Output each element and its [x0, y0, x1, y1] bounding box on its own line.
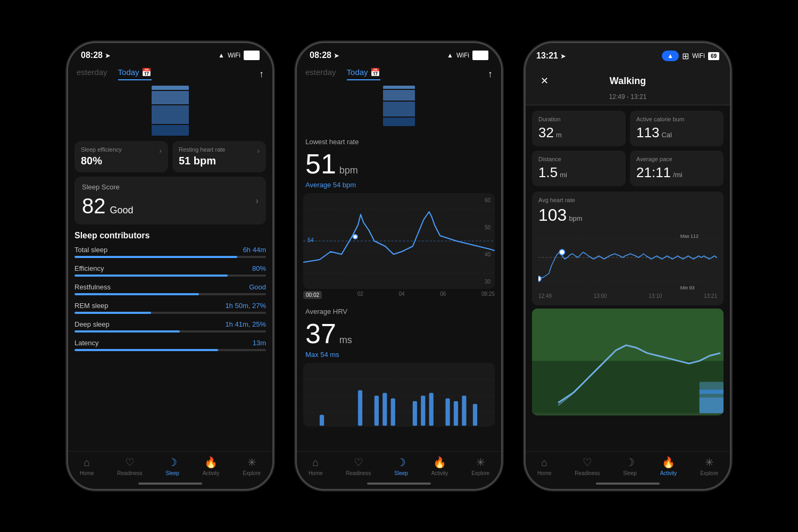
walking-title: Walking [610, 76, 646, 87]
efficiency-card[interactable]: Sleep efficiency 80% › [74, 141, 168, 172]
phone-1: 08:28 ➤ ▲ WiFi 100 esterday Today 📅 ↑ [66, 41, 274, 491]
nav-activity-1[interactable]: 🔥 Activity [203, 456, 220, 476]
today-tab-2[interactable]: Today 📅 [347, 68, 380, 80]
nav-tabs-3: ⌂ Home ♡ Readiness ☽ Sleep 🔥 Activity ✳ [526, 451, 730, 478]
home-indicator-2 [297, 478, 501, 489]
sleep-icon-3: ☽ [625, 456, 635, 469]
map-area [532, 309, 724, 415]
close-button[interactable]: ✕ [536, 73, 552, 89]
nav-home-3[interactable]: ⌂ Home [537, 456, 552, 476]
app-indicator: ▲ [662, 51, 679, 61]
hrv-section: Average HRV 37 ms Max 54 ms [297, 301, 501, 363]
svg-rect-14 [391, 398, 395, 426]
nav-explore-1[interactable]: ✳ Explore [243, 456, 261, 476]
home-indicator-3 [526, 478, 730, 489]
yesterday-tab-1[interactable]: esterday [77, 68, 107, 80]
phone2-content: Lowest heart rate 51 bpm Average 54 bpm [297, 131, 501, 451]
signal-icon-1: ▲ [218, 52, 225, 59]
nav-activity-3[interactable]: 🔥 Activity [660, 456, 677, 476]
status-bar-2: 08:28 ➤ ▲ WiFi 100 [297, 43, 501, 63]
nav-explore-2[interactable]: ✳ Explore [471, 456, 489, 476]
phone1-content: Sleep efficiency 80% › Resting heart rat… [68, 141, 272, 451]
hr-chart-3: Max 112 Min 93 [538, 228, 717, 292]
svg-rect-15 [413, 401, 417, 426]
contributor-rem: REM sleep 1h 50m, 27% [74, 302, 266, 314]
svg-rect-34 [700, 397, 724, 413]
hr-chart-area: 54 60 50 40 30 [303, 193, 495, 289]
svg-point-5 [353, 235, 358, 239]
metrics-grid: Duration 32m Active calorie burn 113Cal … [526, 111, 730, 192]
nav-readiness-1[interactable]: ♡ Readiness [117, 456, 142, 476]
readiness-label-1: Readiness [117, 470, 142, 476]
hr-average: Average 54 bpm [305, 181, 493, 189]
home-icon-2: ⌂ [312, 456, 319, 469]
contributors-title: Sleep contributors [74, 231, 266, 240]
efficiency-value: 80% [81, 155, 122, 167]
avg-hr-label: Avg heart rate [538, 197, 717, 203]
status-icons-1: ▲ WiFi 100 [218, 51, 260, 60]
hr-chart-y-axis: 60 50 40 30 [485, 193, 491, 289]
share-button-2[interactable]: ↑ [488, 69, 493, 80]
duration-label: Duration [538, 116, 619, 122]
home-label-1: Home [80, 470, 94, 476]
activity-label-3: Activity [660, 470, 677, 476]
calorie-card: Active calorie burn 113Cal [630, 111, 724, 146]
today-tab-1[interactable]: Today 📅 [118, 68, 152, 80]
phone-3: 13:21 ➤ ▲ ⊞ WiFi 69 ✕ Walking 12:49 - 13… [524, 41, 732, 491]
sleep-score-card[interactable]: Sleep Score 82 Good › [74, 177, 266, 225]
svg-rect-17 [429, 393, 434, 426]
explore-icon-2: ✳ [476, 456, 485, 469]
share-button-1[interactable]: ↑ [259, 69, 264, 80]
sleep-chart-1 [68, 80, 272, 141]
status-icons-2: ▲ WiFi 100 [447, 51, 488, 60]
divider-1 [526, 105, 730, 105]
nav-sleep-2[interactable]: ☽ Sleep [394, 456, 408, 476]
signal-icon-2: ▲ [447, 52, 453, 59]
nav-home-1[interactable]: ⌂ Home [80, 456, 94, 476]
nav-readiness-3[interactable]: ♡ Readiness [575, 456, 600, 476]
status-bar-1: 08:28 ➤ ▲ WiFi 100 [68, 43, 272, 63]
nav-home-2[interactable]: ⌂ Home [309, 456, 323, 476]
calorie-label: Active calorie burn [636, 116, 717, 122]
readiness-label-2: Readiness [346, 470, 371, 476]
sleep-chart-2 [297, 80, 501, 131]
resting-hr-arrow: › [257, 146, 260, 155]
nav-sleep-3[interactable]: ☽ Sleep [623, 456, 637, 476]
readiness-icon-3: ♡ [583, 456, 592, 469]
svg-text:Min 93: Min 93 [680, 285, 695, 290]
sleep-label-2: Sleep [394, 470, 408, 476]
distance-card: Distance 1.5mi [532, 151, 626, 186]
home-label-2: Home [309, 470, 323, 476]
activity-icon-1: 🔥 [204, 456, 218, 469]
activity-icon-3: 🔥 [662, 456, 675, 469]
contributor-restfulness: Restfulness Good [74, 283, 266, 295]
sleep-label-1: Sleep [165, 470, 179, 476]
hr-card-3: Avg heart rate 103bpm [532, 192, 724, 305]
efficiency-arrow: › [159, 146, 162, 155]
hrv-value: 37 ms [305, 318, 493, 350]
duration-card: Duration 32m [532, 111, 626, 146]
calorie-value: 113Cal [636, 124, 717, 141]
svg-rect-12 [375, 396, 379, 426]
svg-text:Max 112: Max 112 [680, 234, 699, 239]
readiness-label-3: Readiness [575, 470, 600, 476]
sleep-label-3: Sleep [623, 470, 637, 476]
avg-hr-value: 103bpm [538, 205, 717, 225]
resting-hr-label: Resting heart rate [179, 146, 225, 153]
home-icon-1: ⌂ [84, 456, 90, 469]
lowest-hr-value: 51 bpm [305, 148, 493, 180]
svg-rect-16 [421, 396, 425, 426]
yesterday-tab-2[interactable]: esterday [305, 68, 336, 80]
svg-rect-18 [445, 398, 450, 426]
hr-section-3: Avg heart rate 103bpm [526, 192, 730, 309]
pace-label: Average pace [636, 156, 717, 162]
nav-readiness-2[interactable]: ♡ Readiness [346, 456, 371, 476]
battery-3: 69 [708, 52, 719, 60]
nav-sleep-1[interactable]: ☽ Sleep [165, 456, 179, 476]
resting-hr-card[interactable]: Resting heart rate 51 bpm › [172, 141, 266, 172]
pace-card: Average pace 21:11/mi [630, 151, 724, 186]
nav-activity-2[interactable]: 🔥 Activity [431, 456, 448, 476]
nav-explore-3[interactable]: ✳ Explore [700, 456, 718, 476]
wifi-icon-1: WiFi [228, 52, 240, 59]
walking-header: ✕ Walking [526, 64, 730, 93]
